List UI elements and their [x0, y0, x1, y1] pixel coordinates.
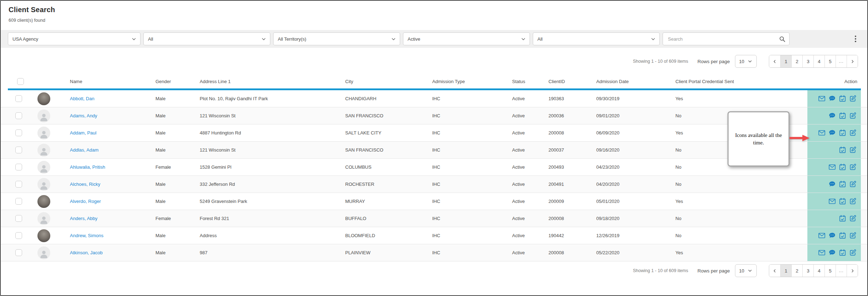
- email-icon[interactable]: [828, 163, 836, 171]
- kebab-menu-icon[interactable]: [851, 34, 860, 44]
- row-checkbox[interactable]: [15, 129, 22, 136]
- calendar-icon[interactable]: [839, 215, 846, 222]
- page-button-2[interactable]: 2: [791, 265, 802, 277]
- page-button-5[interactable]: 5: [824, 265, 836, 277]
- edit-icon[interactable]: [849, 249, 857, 256]
- avatar-cell: [29, 178, 66, 191]
- edit-icon[interactable]: [849, 215, 857, 222]
- chat-icon[interactable]: [828, 249, 836, 256]
- client-name-cell: Addam, Paul: [66, 130, 152, 136]
- page-button-1[interactable]: 1: [780, 265, 791, 277]
- row-checkbox[interactable]: [15, 215, 22, 222]
- page-button-1[interactable]: 1: [780, 55, 791, 67]
- row-checkbox[interactable]: [15, 181, 22, 188]
- calendar-icon[interactable]: [839, 249, 846, 256]
- chevron-down-icon: [131, 36, 137, 42]
- client-name-link[interactable]: Andrew, Simons: [70, 233, 103, 238]
- client-name-link[interactable]: Atkinson, Jacob: [70, 250, 103, 255]
- client-name-link[interactable]: Abbott, Dan: [70, 96, 95, 101]
- chat-icon[interactable]: [828, 129, 836, 137]
- page-ellipsis-button[interactable]: ...: [836, 265, 847, 277]
- client-name-link[interactable]: Anders, Abby: [70, 216, 97, 221]
- email-icon[interactable]: [828, 198, 836, 205]
- calendar-icon[interactable]: [839, 180, 846, 188]
- row-checkbox[interactable]: [15, 198, 22, 205]
- page-button-3[interactable]: 3: [802, 265, 813, 277]
- edit-icon[interactable]: [849, 163, 857, 171]
- client-id-cell: 200036: [545, 113, 593, 118]
- calendar-icon[interactable]: [839, 198, 846, 205]
- avatar-cell: [29, 92, 66, 105]
- search-input[interactable]: [667, 36, 779, 42]
- column-header-status: Status: [509, 79, 545, 84]
- row-checkbox[interactable]: [15, 249, 22, 256]
- column-header-client-portal-credential-sent: Client Portal Credential Sent: [672, 79, 807, 84]
- edit-icon[interactable]: [849, 95, 857, 102]
- edit-icon[interactable]: [849, 112, 857, 119]
- action-icons-cell: [807, 227, 861, 244]
- page-ellipsis-button[interactable]: ...: [836, 55, 847, 67]
- client-name-cell: Ahluwalia, Pritish: [66, 164, 152, 170]
- chat-icon[interactable]: [828, 112, 836, 119]
- client-name-link[interactable]: Addlas, Adam: [70, 147, 98, 153]
- calendar-icon[interactable]: [839, 146, 846, 154]
- row-checkbox[interactable]: [15, 164, 22, 170]
- edit-icon[interactable]: [849, 146, 857, 154]
- page-button-4[interactable]: 4: [813, 265, 824, 277]
- client-table: NameGenderAddress Line 1CityAdmission Ty…: [1, 74, 867, 261]
- rows-per-page-select[interactable]: 10: [735, 264, 757, 277]
- column-header-name: Name: [66, 79, 152, 84]
- chat-icon[interactable]: [828, 180, 836, 188]
- row-checkbox[interactable]: [15, 95, 22, 102]
- row-checkbox[interactable]: [15, 147, 22, 153]
- prev-page-button[interactable]: [769, 265, 780, 277]
- email-icon[interactable]: [818, 249, 826, 256]
- select-all-header-cell: [9, 78, 29, 85]
- rows-per-page-select[interactable]: 10: [735, 55, 757, 68]
- page-button-4[interactable]: 4: [813, 55, 824, 67]
- calendar-icon[interactable]: [839, 163, 846, 171]
- credential-sent-cell: Yes: [672, 96, 807, 101]
- agency-select[interactable]: USA Agency: [8, 32, 141, 45]
- search-icon[interactable]: [779, 36, 786, 42]
- calendar-icon[interactable]: [839, 232, 846, 239]
- client-name-link[interactable]: Ahluwalia, Pritish: [70, 164, 105, 170]
- client-name-link[interactable]: Addam, Paul: [70, 130, 96, 136]
- edit-icon[interactable]: [849, 180, 857, 188]
- next-page-button[interactable]: [847, 265, 858, 277]
- client-name-link[interactable]: Alverdo, Roger: [70, 199, 101, 204]
- page-button-2[interactable]: 2: [791, 55, 802, 67]
- edit-icon[interactable]: [849, 129, 857, 137]
- calendar-icon[interactable]: [839, 95, 846, 102]
- page-button-3[interactable]: 3: [802, 55, 813, 67]
- row-checkbox[interactable]: [15, 232, 22, 239]
- row-checkbox[interactable]: [15, 112, 22, 119]
- select-all-checkbox[interactable]: [17, 78, 24, 85]
- calendar-icon[interactable]: [839, 129, 846, 137]
- status-cell: Active: [509, 216, 545, 221]
- status-cell: Active: [509, 250, 545, 255]
- territory-select[interactable]: All Territory(s): [273, 32, 400, 45]
- client-name-link[interactable]: Alchoes, Ricky: [70, 182, 100, 187]
- email-icon[interactable]: [818, 129, 826, 137]
- chat-icon[interactable]: [828, 95, 836, 102]
- filter-select-5[interactable]: All: [533, 32, 660, 45]
- email-icon[interactable]: [818, 95, 826, 102]
- email-icon[interactable]: [818, 232, 826, 239]
- action-icons-cell: [807, 244, 861, 261]
- page-button-5[interactable]: 5: [824, 55, 836, 67]
- status-select[interactable]: Active: [403, 32, 530, 45]
- rows-per-page-label: Rows per page: [698, 268, 730, 274]
- edit-icon[interactable]: [849, 198, 857, 205]
- admission-type-cell: IHC: [429, 130, 509, 136]
- chat-icon[interactable]: [828, 232, 836, 239]
- address-cell: 4887 Huntington Rd: [196, 130, 342, 136]
- filter-select-2[interactable]: All: [143, 32, 270, 45]
- edit-icon[interactable]: [849, 232, 857, 239]
- avatar-cell: [29, 195, 66, 208]
- client-name-link[interactable]: Adams, Andy: [70, 113, 97, 118]
- client-avatar: [37, 246, 50, 259]
- calendar-icon[interactable]: [839, 112, 846, 119]
- prev-page-button[interactable]: [769, 55, 780, 67]
- next-page-button[interactable]: [847, 55, 858, 67]
